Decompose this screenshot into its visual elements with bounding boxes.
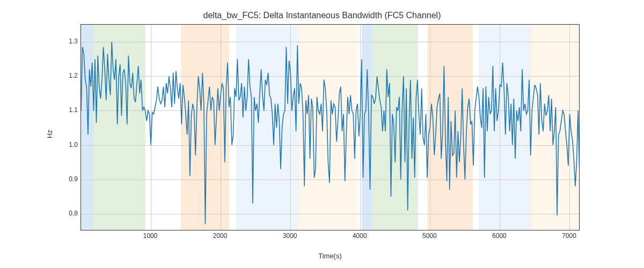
x-axis-label: Time(s): [80, 252, 580, 260]
y-tick-label: 0.9: [69, 175, 78, 183]
x-tick-label: 3000: [283, 232, 297, 240]
y-tick-label: 1.2: [69, 72, 78, 79]
y-tick-label: 0.8: [69, 210, 78, 217]
x-tick-label: 4000: [353, 232, 367, 240]
x-tick-label: 6000: [492, 232, 507, 240]
x-tick-label: 1000: [143, 232, 158, 240]
y-tick-label: 1.3: [69, 38, 78, 45]
x-tick-label: 2000: [213, 232, 228, 240]
data-line: [81, 25, 580, 230]
x-tick-label: 5000: [422, 232, 437, 240]
plot-area: [80, 24, 580, 230]
x-tick-label: 7000: [562, 232, 576, 240]
y-tick-label: 1.0: [69, 141, 78, 148]
y-axis-label: Hz: [46, 130, 54, 138]
chart-title: delta_bw_FC5: Delta Instantaneous Bandwi…: [0, 11, 644, 20]
y-tick-label: 1.1: [69, 106, 78, 114]
chart-root: delta_bw_FC5: Delta Instantaneous Bandwi…: [0, 0, 644, 268]
